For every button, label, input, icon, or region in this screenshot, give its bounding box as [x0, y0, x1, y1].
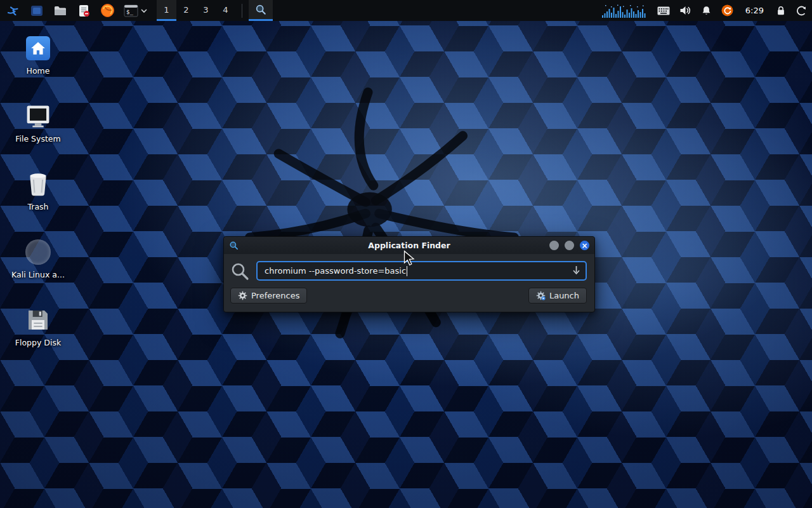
firefox-icon: [100, 3, 115, 18]
notifications[interactable]: [701, 5, 712, 17]
chevron-down-icon[interactable]: [140, 8, 148, 14]
launch-icon: [536, 291, 546, 300]
maximize-button[interactable]: [565, 241, 574, 250]
close-button[interactable]: [580, 241, 589, 250]
workspace-1[interactable]: 1: [157, 0, 176, 21]
search-icon: [230, 262, 249, 281]
desktop-icon-trash[interactable]: Trash: [8, 170, 69, 211]
volume-icon: [679, 5, 691, 16]
top-panel: $_ 1 2 3 4: [0, 0, 812, 21]
file-manager-launcher[interactable]: [52, 3, 69, 19]
svg-text:$_: $_: [126, 9, 133, 15]
search-icon: [255, 4, 266, 15]
file-system-icon: [25, 104, 51, 129]
keyboard-indicator[interactable]: [657, 6, 670, 15]
panel-separator: [242, 4, 242, 18]
mouse-cursor: [403, 250, 415, 267]
workspace-4[interactable]: 4: [216, 0, 235, 21]
desktop-icon-label: Floppy Disk: [15, 338, 61, 347]
workspace-2[interactable]: 2: [176, 0, 196, 21]
desktop-icon-label: Home: [27, 66, 50, 76]
desktop-icon-label: Trash: [27, 202, 48, 211]
blue-app-launcher[interactable]: [29, 3, 45, 19]
kali-menu-button[interactable]: [5, 3, 22, 19]
desktop-icon-file-system[interactable]: File System: [8, 102, 69, 144]
logout[interactable]: [796, 5, 807, 17]
desktop-icon-label: File System: [15, 134, 61, 144]
floppy-disk-icon: [25, 307, 51, 333]
terminal-icon: $_: [124, 4, 138, 17]
desktop-icon-floppy[interactable]: Floppy Disk: [8, 306, 69, 347]
workspace-switcher: 1 2 3 4: [157, 0, 235, 21]
clock[interactable]: 6:29: [743, 6, 766, 15]
text-editor-icon: [77, 4, 91, 18]
software-updates[interactable]: [721, 4, 733, 17]
window-title: Application Finder: [224, 241, 594, 250]
workspace-3[interactable]: 3: [196, 0, 216, 21]
gear-icon: [238, 291, 247, 300]
taskbar-application-finder[interactable]: [249, 0, 273, 21]
firefox-launcher[interactable]: [99, 3, 115, 19]
text-caret: [407, 266, 407, 276]
volume-control[interactable]: [679, 5, 691, 16]
desktop-icon-kali-installer[interactable]: Kali Linux a...: [8, 238, 69, 279]
kali-installer-icon: [25, 239, 51, 265]
preferences-label: Preferences: [251, 291, 299, 300]
home-icon: [26, 36, 50, 60]
lock-screen[interactable]: [776, 5, 786, 16]
desktop: $_ 1 2 3 4: [0, 0, 812, 508]
blue-app-icon: [30, 4, 44, 18]
terminal-launcher[interactable]: $_: [122, 3, 139, 19]
arrow-down-icon[interactable]: [572, 265, 580, 275]
keyboard-icon: [657, 6, 670, 15]
desktop-icon-home[interactable]: Home: [8, 34, 69, 76]
logout-icon: [796, 5, 807, 17]
launch-button[interactable]: Launch: [528, 288, 587, 304]
search-input[interactable]: chromium --password-store=basic: [256, 261, 587, 281]
trash-icon: [26, 171, 50, 197]
application-finder-window: Application Finder chromium --password-s…: [223, 236, 595, 312]
folder-icon: [53, 4, 67, 18]
search-input-value: chromium --password-store=basic: [265, 266, 406, 276]
text-editor-launcher[interactable]: [75, 3, 92, 19]
minimize-button[interactable]: [549, 241, 559, 250]
bell-icon: [701, 5, 712, 17]
lock-icon: [776, 5, 786, 16]
kali-menu-icon: [6, 4, 20, 18]
desktop-icon-label: Kali Linux a...: [11, 270, 65, 279]
launch-label: Launch: [549, 291, 579, 300]
preferences-button[interactable]: Preferences: [230, 288, 307, 304]
update-icon: [721, 4, 733, 17]
audio-spectrum[interactable]: [602, 4, 648, 18]
